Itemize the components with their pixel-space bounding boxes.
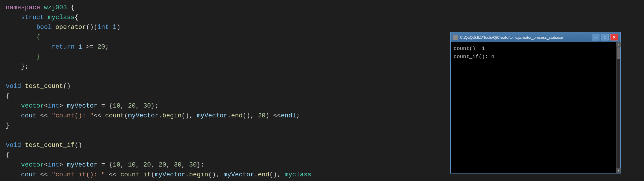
scrollbar-up-button[interactable]: ▲ bbox=[617, 42, 621, 47]
close-button[interactable]: ✕ bbox=[610, 34, 618, 40]
terminal-output-line: count(): 1 bbox=[454, 45, 617, 53]
scrollbar-down-button[interactable]: ▼ bbox=[617, 168, 621, 173]
terminal-scrollbar[interactable]: ▲ ▼ bbox=[616, 42, 620, 173]
terminal-icon bbox=[453, 35, 458, 40]
terminal-output: count(): 1count_if(): 4 bbox=[454, 45, 617, 61]
terminal-window: C:\Qt\Qt5.6.1\Tools\QtCreator\bin\qtcrea… bbox=[450, 32, 621, 173]
minimize-button[interactable]: — bbox=[592, 34, 599, 40]
maximize-button[interactable]: □ bbox=[601, 34, 609, 40]
terminal-output-line: count_if(): 4 bbox=[454, 53, 617, 61]
terminal-body: count(): 1count_if(): 4 bbox=[451, 42, 620, 173]
terminal-titlebar: C:\Qt\Qt5.6.1\Tools\QtCreator\bin\qtcrea… bbox=[451, 32, 620, 42]
terminal-title: C:\Qt\Qt5.6.1\Tools\QtCreator\bin\qtcrea… bbox=[460, 35, 590, 40]
scrollbar-thumb[interactable] bbox=[617, 47, 620, 59]
code-line: } bbox=[6, 180, 638, 181]
code-line: namespace wzj003 { bbox=[6, 3, 638, 13]
